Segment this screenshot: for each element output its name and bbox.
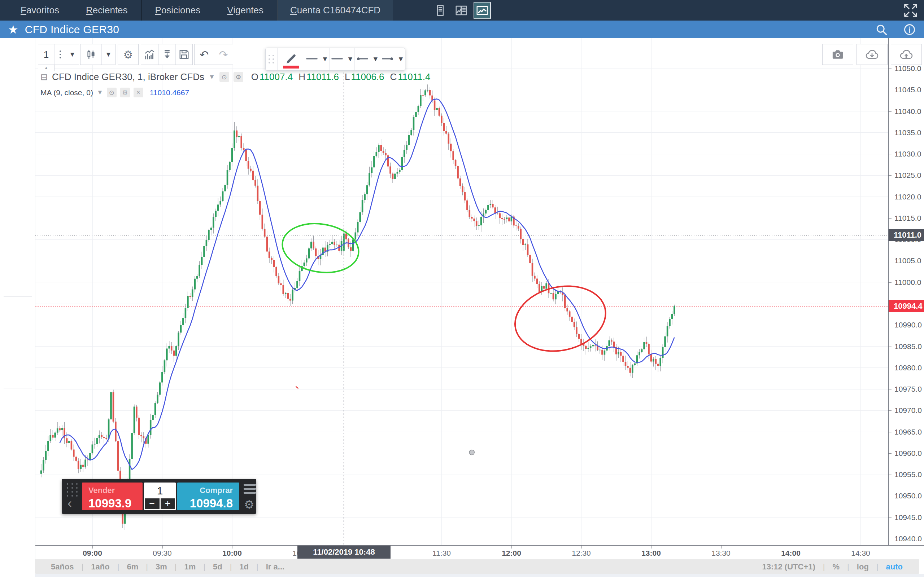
remove-drawings-tool-icon[interactable] <box>9 414 27 432</box>
trend-line-tool-icon[interactable] <box>9 70 27 89</box>
drawing-lock-tool-icon[interactable] <box>9 322 27 340</box>
menu-item-posiciones[interactable]: Posiciones <box>142 0 214 21</box>
interval-favorites-icon[interactable] <box>54 44 66 64</box>
freehand-circle-annotation[interactable] <box>279 219 362 278</box>
ma-dropdown-icon[interactable]: ▼ <box>97 89 103 96</box>
save-layout-icon[interactable] <box>175 44 192 64</box>
lock-all-tool-icon[interactable] <box>9 344 27 362</box>
drawing-anchor-dot[interactable] <box>469 450 474 455</box>
menu-item-favoritos[interactable]: Favoritos <box>7 0 73 21</box>
pitchfork-tool-icon[interactable] <box>9 95 27 114</box>
layers-tool-icon[interactable] <box>9 393 27 411</box>
menu-item-vigentes[interactable]: Vigentes <box>214 0 277 21</box>
range-button-3m[interactable]: 3m <box>148 562 175 572</box>
measure-tool-icon[interactable] <box>9 252 27 270</box>
favorite-star-icon[interactable]: ★ <box>8 23 18 36</box>
price-axis[interactable]: 11050.011045.011040.011035.011030.011025… <box>888 38 924 559</box>
info-icon[interactable] <box>903 23 916 36</box>
quantity-decrease-button[interactable]: − <box>145 498 160 509</box>
camera-icon[interactable] <box>822 44 853 65</box>
indicators-icon[interactable] <box>141 44 158 64</box>
ma-settings-icon[interactable]: ⚙ <box>120 88 130 97</box>
red-mark-annotation[interactable] <box>296 386 299 388</box>
interval-display[interactable]: 1 <box>38 44 54 64</box>
ohlc-c: C11011.4 <box>390 71 431 82</box>
top-menu-bar: FavoritosRecientesPosicionesVigentes Cue… <box>0 0 924 21</box>
candle-style-icon[interactable] <box>81 44 102 64</box>
price-tick-label: 10945.0 <box>894 513 922 522</box>
trade-widget-drag-handle[interactable] <box>67 483 78 496</box>
ma-remove-icon[interactable]: × <box>134 88 143 97</box>
log-scale-button[interactable]: log <box>849 562 876 572</box>
toolbar-divider <box>3 297 32 297</box>
range-button-6m[interactable]: 6m <box>119 562 146 572</box>
text-tool-icon[interactable] <box>9 145 27 163</box>
quantity-value[interactable]: 1 <box>145 483 175 498</box>
split-view-icon[interactable] <box>452 2 470 19</box>
magnet-tool-icon[interactable] <box>9 300 27 318</box>
freehand-circle-annotation[interactable] <box>509 277 612 359</box>
pattern-tool-icon[interactable] <box>9 169 27 187</box>
percent-scale-button[interactable]: % <box>825 562 848 572</box>
tools-toolbar-group <box>141 44 193 65</box>
time-tick-label: 14:00 <box>781 549 801 558</box>
range-button-5años[interactable]: 5años <box>43 562 82 572</box>
price-tick-label: 10960.0 <box>894 449 922 458</box>
download-icon[interactable] <box>158 44 175 64</box>
menu-account-tab[interactable]: Cuenta C160474CFD <box>278 0 393 21</box>
chart-style-dropdown-icon[interactable]: ▼ <box>102 44 115 64</box>
line-style-2-icon[interactable]: ▼ <box>329 48 354 70</box>
quote-list-view-icon[interactable] <box>432 2 449 19</box>
ma-hide-icon[interactable]: ⊙ <box>107 88 116 97</box>
toolbar-divider <box>3 388 32 388</box>
line-style-dot-left-icon[interactable]: ▼ <box>354 48 380 70</box>
quantity-increase-button[interactable]: + <box>161 498 175 509</box>
hide-all-tool-icon[interactable] <box>9 365 27 384</box>
candlestick-chart[interactable] <box>36 38 888 545</box>
time-tick-label: 10:00 <box>222 549 242 558</box>
pencil-color-icon[interactable] <box>277 48 304 70</box>
trade-widget-menu-icon[interactable] <box>244 484 256 494</box>
legend-collapse-icon[interactable]: ⊟ <box>40 72 48 82</box>
interval-dropdown-icon[interactable]: ▼ <box>66 44 79 64</box>
menu-item-recientes[interactable]: Recientes <box>73 0 141 21</box>
crosshair-tool-icon[interactable] <box>9 45 27 63</box>
clock-label[interactable]: 13:12 (UTC+1) <box>754 562 822 572</box>
floating-drawing-toolbar: ▼ ▼ ▼ ▼ <box>265 48 405 71</box>
ma-value: 11010.4667 <box>150 89 189 97</box>
range-button-1año[interactable]: 1año <box>83 562 117 572</box>
chart-view-icon[interactable] <box>473 2 491 19</box>
fullscreen-icon[interactable] <box>902 2 919 19</box>
line-style-1-icon[interactable]: ▼ <box>304 48 329 70</box>
chart-area[interactable] <box>36 38 888 545</box>
search-icon[interactable] <box>875 23 888 36</box>
chart-settings-gear-icon[interactable]: ⚙ <box>118 44 138 64</box>
time-axis[interactable]: 09:0009:3010:0010:3011:0011:3012:0012:30… <box>36 545 888 559</box>
ohlc-l: L11006.6 <box>345 71 384 82</box>
range-button-Ira[interactable]: Ir a... <box>258 562 292 572</box>
cloud-download-icon[interactable] <box>856 44 888 65</box>
buy-button[interactable]: Comprar 10994.8 <box>177 482 239 510</box>
trade-widget-settings-icon[interactable]: ⚙ <box>244 498 254 511</box>
range-button-1d[interactable]: 1d <box>232 562 256 572</box>
toolbar-collapse-tab[interactable]: ▴ <box>38 65 55 71</box>
redo-icon[interactable]: ↷ <box>214 44 233 64</box>
brush-tool-icon[interactable] <box>9 121 27 139</box>
range-button-1m[interactable]: 1m <box>176 562 203 572</box>
range-button-5d[interactable]: 5d <box>205 562 230 572</box>
price-tick-label: 10965.0 <box>894 428 922 436</box>
legend-hide-icon[interactable]: ⊙ <box>220 72 229 82</box>
legend-settings-icon[interactable]: ⚙ <box>234 72 243 82</box>
back-arrow-tool-icon[interactable] <box>9 220 27 238</box>
cloud-upload-icon[interactable] <box>891 44 922 65</box>
sell-button[interactable]: Vender 10993.9 <box>82 482 142 510</box>
forecast-tool-icon[interactable] <box>9 195 27 213</box>
drag-handle-icon[interactable] <box>266 48 277 70</box>
auto-scale-button[interactable]: auto <box>879 562 910 572</box>
undo-icon[interactable]: ↶ <box>195 44 214 64</box>
line-style-dot-right-icon[interactable]: ▼ <box>380 48 405 70</box>
time-tick-label: 12:30 <box>572 549 591 558</box>
trade-widget-collapse-icon[interactable]: ‹ <box>68 497 72 510</box>
legend-dropdown-icon[interactable]: ▼ <box>208 73 215 81</box>
zoom-in-tool-icon[interactable] <box>9 272 27 291</box>
